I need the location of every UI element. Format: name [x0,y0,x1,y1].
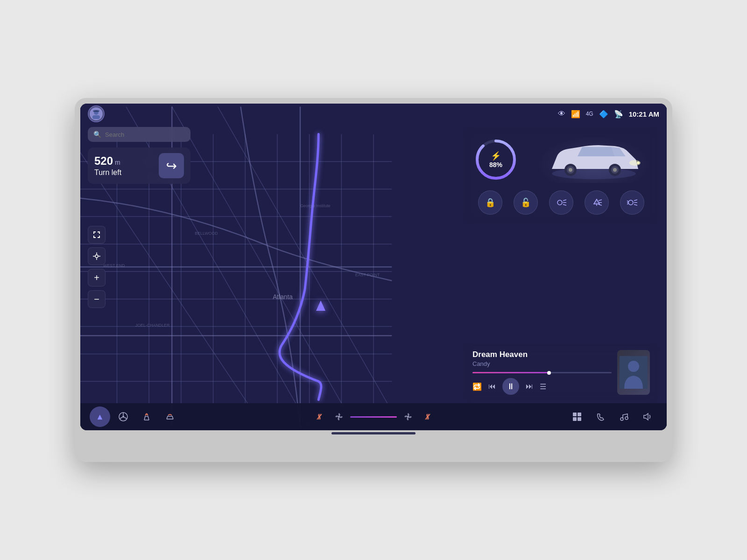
battery-circle: ⚡ 88% [472,136,519,183]
4g-label: 4G [586,111,593,117]
fan-right-button[interactable] [400,408,416,425]
music-button[interactable] [613,406,634,427]
svg-text:Atlanta: Atlanta [273,294,293,301]
pause-button[interactable]: ⏸ [502,378,519,395]
music-progress-dot [547,371,551,375]
seat-heat-front-button[interactable] [136,406,157,427]
car-status-top: ⚡ 88% [472,136,650,183]
svg-line-55 [563,200,566,201]
status-bar: 👁 📶 4G 🔷 📡 10:21 AM [80,104,667,124]
bottom-right [468,406,657,427]
zoom-out-button[interactable]: − [88,290,106,308]
svg-line-66 [634,200,637,201]
next-button[interactable]: ⏭ [526,382,533,391]
music-info: Dream Heaven Candy 🔁 ⏮ ⏸ ⏭ ☰ [472,350,612,395]
svg-text:JOEL-CHANDLER: JOEL-CHANDLER [135,323,170,328]
distance-value: 520 [94,154,113,168]
grid-button[interactable] [567,406,587,427]
vision-icon: 👁 [558,110,565,118]
battery-percentage: 88% [489,161,502,168]
zoom-in-button[interactable]: + [88,269,106,287]
search-bar[interactable]: 🔍 [88,127,190,142]
map-controls: + − [88,226,106,308]
music-controls: 🔁 ⏮ ⏸ ⏭ ☰ [472,378,612,395]
svg-line-63 [627,201,628,202]
bluetooth-icon: 🔷 [599,110,608,119]
avatar[interactable] [88,105,105,122]
lock-button[interactable]: 🔒 [478,190,502,215]
search-icon: 🔍 [93,131,101,138]
wifi-icon: 📡 [614,110,623,119]
music-title: Dream Heaven [472,350,612,359]
svg-point-79 [407,416,409,418]
previous-button[interactable]: ⏮ [488,382,496,391]
svg-point-70 [628,361,639,372]
nav-arrow: ↩ [159,153,184,178]
bottom-bar: ▲ [80,403,667,430]
music-panel: Dream Heaven Candy 🔁 ⏮ ⏸ ⏭ ☰ [463,343,659,402]
music-artist: Candy [472,360,612,367]
svg-point-78 [338,416,340,418]
interior-light-button[interactable] [585,190,609,215]
svg-rect-37 [95,110,98,112]
climate-slider[interactable] [350,416,397,418]
car-controls: 🔒 🔓 [472,190,650,215]
svg-point-53 [637,161,640,164]
home-bar [331,432,416,434]
navigation-card: 520 m Turn left ↩ [88,147,190,184]
heat-left-button[interactable] [311,408,328,425]
svg-line-75 [124,417,127,419]
svg-rect-82 [573,417,577,421]
queue-button[interactable]: ☰ [540,382,546,391]
left-panel: 🔍 520 m Turn left ↩ [88,127,190,184]
navigate-button[interactable]: ▲ [90,406,110,427]
volume-button[interactable] [637,406,657,427]
battery-icon: ⚡ [491,151,501,161]
fullscreen-button[interactable] [88,226,106,244]
svg-line-65 [627,203,628,204]
nav-info: 520 m Turn left [94,154,159,177]
location-marker [316,301,325,311]
lights-button[interactable] [549,190,573,215]
svg-text:EAST POINT: EAST POINT [355,273,380,277]
music-progress-bar[interactable] [472,372,612,373]
rear-light-button[interactable] [620,190,644,215]
fan-left-button[interactable] [331,408,347,425]
album-art [617,350,650,395]
svg-point-38 [95,255,98,258]
seat-heat-rear-button[interactable] [160,406,180,427]
heat-right-button[interactable] [419,408,436,425]
signal-icon: 📶 [571,110,580,119]
svg-point-72 [122,416,124,418]
search-input[interactable] [105,131,185,138]
svg-line-59 [599,200,602,201]
climate-section [279,408,468,425]
svg-rect-35 [92,115,100,119]
clock: 10:21 AM [629,110,659,118]
svg-point-84 [620,418,623,420]
svg-rect-81 [578,413,581,416]
svg-point-45 [552,168,636,179]
svg-point-62 [628,200,633,205]
car-svg [543,139,645,181]
battery-text: ⚡ 88% [472,136,519,183]
steering-button[interactable] [113,406,134,427]
svg-point-54 [557,200,562,205]
unlock-button[interactable]: 🔓 [514,190,538,215]
svg-rect-80 [573,413,577,416]
svg-line-61 [599,204,602,205]
car-image [538,136,650,183]
screen: Atlanta GROVE PARK WEST END BELLWOOD JOE… [80,104,667,430]
svg-point-48 [569,168,572,172]
svg-text:BELLWOOD: BELLWOOD [195,231,218,236]
svg-line-74 [120,417,122,419]
svg-line-57 [563,204,566,205]
device-frame: Atlanta GROVE PARK WEST END BELLWOOD JOE… [75,98,672,462]
location-button[interactable] [88,247,106,265]
svg-point-51 [613,168,617,172]
car-status-panel: ⚡ 88% [463,127,659,224]
nav-direction: Turn left [94,168,159,177]
repeat-button[interactable]: 🔁 [472,382,482,391]
svg-line-68 [634,204,637,205]
phone-button[interactable] [590,406,611,427]
